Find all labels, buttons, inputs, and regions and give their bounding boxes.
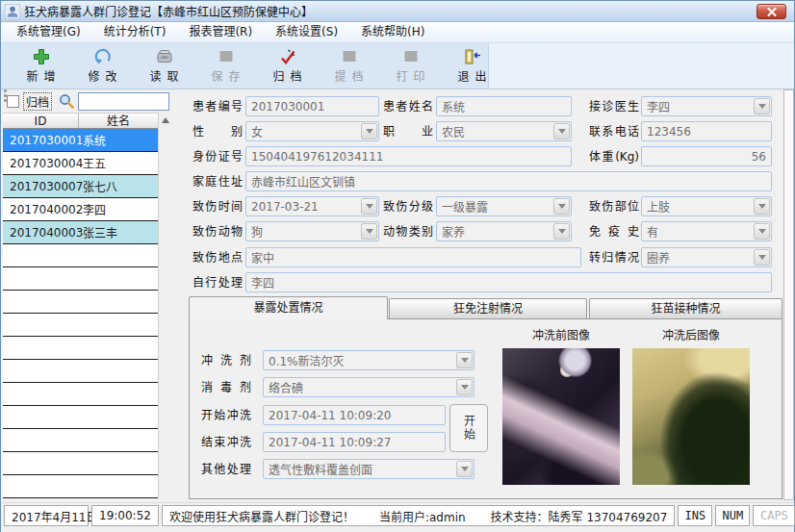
injury-grade-select[interactable]: 一级暴露 xyxy=(436,196,572,216)
table-row[interactable]: 2017040002 李四 xyxy=(3,198,158,221)
phone-label: 联系电话 xyxy=(589,122,639,141)
injury-place-field[interactable]: 家中 xyxy=(245,247,581,267)
status-message: 欢迎使用狂犬病暴露人群门诊登记！ 当前用户:admin 技术支持：陆秀军 137… xyxy=(162,505,675,526)
chevron-down-icon[interactable] xyxy=(754,223,770,240)
id-card-field[interactable]: 150404197612034111 xyxy=(245,146,572,166)
caps-indicator: CAPS xyxy=(753,505,795,526)
scrollbar-grip xyxy=(4,89,7,102)
self-treat-field[interactable]: 李四 xyxy=(245,272,772,292)
table-row[interactable]: 2017030004 王五 xyxy=(3,152,158,175)
rinse-agent-select[interactable]: 0.1%新洁尔灭 xyxy=(263,350,474,370)
chevron-down-icon[interactable] xyxy=(553,223,570,240)
table-row[interactable]: 2017030007 张七八 xyxy=(3,175,158,198)
disinfectant-select[interactable]: 络合碘 xyxy=(263,377,474,397)
doctor-label: 接诊医生 xyxy=(589,97,639,116)
patient-name-label: 患者姓名 xyxy=(383,97,433,116)
toolbar-exit-button[interactable]: 退 出 xyxy=(442,43,503,88)
injury-part-select[interactable]: 上肢 xyxy=(641,196,772,216)
injury-animal-select[interactable]: 狗 xyxy=(245,221,379,241)
occupation-select[interactable]: 农民 xyxy=(436,121,572,141)
search-input[interactable] xyxy=(78,92,169,111)
toolbar-spacer xyxy=(488,43,794,89)
menu-help[interactable]: 系统帮助(H) xyxy=(349,22,436,42)
tab-immunoglobulin[interactable]: 狂免注射情况 xyxy=(389,298,587,319)
chevron-down-icon[interactable] xyxy=(361,123,377,139)
rinse-agent-label: 冲 洗 剂 xyxy=(201,351,251,370)
menu-system-management[interactable]: 系统管理(G) xyxy=(5,22,92,42)
archive-check-icon xyxy=(278,47,297,66)
menu-reports[interactable]: 报表管理(R) xyxy=(177,22,264,42)
empty-row xyxy=(3,452,158,475)
chevron-down-icon[interactable] xyxy=(553,123,570,139)
empty-row xyxy=(3,267,158,291)
welcome-text: 欢迎使用狂犬病暴露人群门诊登记！ xyxy=(169,508,354,524)
chevron-down-icon[interactable] xyxy=(754,249,770,266)
chevron-down-icon[interactable] xyxy=(361,223,377,240)
panel-scrollbar[interactable] xyxy=(783,89,794,500)
rinse-end-field[interactable]: 2017-04-11 10:09:27 xyxy=(263,432,446,452)
chevron-down-icon[interactable] xyxy=(361,198,377,215)
gender-label: 性 别 xyxy=(192,122,243,141)
toolbar: 新 增 修 改 读 取 保 存 归 档 提 档 xyxy=(1,43,794,89)
archive-checkbox-label: 归档 xyxy=(23,92,52,111)
archive-checkbox[interactable] xyxy=(7,95,19,108)
toolbar-retrieve-button: 提 档 xyxy=(319,43,380,88)
patient-id-label: 患者编号 xyxy=(192,97,243,116)
other-treatment-label: 其他处理 xyxy=(201,460,251,479)
search-button[interactable] xyxy=(57,91,76,111)
toolbar-read-button[interactable]: 读 取 xyxy=(134,43,195,88)
patient-id-field[interactable]: 2017030001 xyxy=(245,96,379,116)
immunity-select[interactable]: 有 xyxy=(641,221,772,241)
table-scrollbar[interactable] xyxy=(158,113,171,498)
chevron-down-icon[interactable] xyxy=(456,461,473,477)
tab-vaccination[interactable]: 狂苗接种情况 xyxy=(589,298,782,319)
tab-exposure-treatment[interactable]: 暴露处置情况 xyxy=(189,296,388,319)
empty-row xyxy=(3,429,158,452)
weight-field[interactable]: 56 xyxy=(641,146,772,166)
outcome-select[interactable]: 圈养 xyxy=(641,247,772,267)
menu-settings[interactable]: 系统设置(S) xyxy=(264,22,349,42)
toolbar-edit-button[interactable]: 修 改 xyxy=(72,43,134,88)
patient-name-field[interactable]: 系统 xyxy=(436,96,572,116)
name-column-header[interactable]: 姓名 xyxy=(79,114,158,128)
scroll-up-button[interactable] xyxy=(159,113,172,127)
gender-select[interactable]: 女 xyxy=(245,121,379,141)
empty-row xyxy=(3,291,158,314)
read-icon xyxy=(155,47,174,66)
animal-type-select[interactable]: 家养 xyxy=(436,221,572,241)
empty-row xyxy=(3,337,158,360)
start-rinse-button[interactable]: 开始 xyxy=(449,404,488,452)
toolbar-new-button[interactable]: 新 增 xyxy=(11,43,72,88)
chevron-down-icon[interactable] xyxy=(754,198,770,215)
injury-part-label: 致伤部位 xyxy=(589,197,639,216)
tech-support: 技术支持：陆秀军 13704769207 xyxy=(491,508,668,524)
chevron-down-icon[interactable] xyxy=(456,352,473,368)
doctor-select[interactable]: 李四 xyxy=(641,96,772,116)
occupation-label: 职 业 xyxy=(383,122,433,141)
other-treatment-select[interactable]: 透气性敷料覆盖创面 xyxy=(263,459,474,479)
empty-row xyxy=(3,314,158,337)
injury-place-label: 致伤地点 xyxy=(192,248,243,267)
weight-label: 体重(Kg) xyxy=(589,147,639,166)
after-image-label: 冲洗后图像 xyxy=(632,326,750,342)
address-field[interactable]: 赤峰市红山区文钏镇 xyxy=(245,171,772,191)
rinse-start-field[interactable]: 2017-04-11 10:09:20 xyxy=(263,405,446,425)
disinfectant-label: 消 毒 剂 xyxy=(201,378,251,397)
chevron-down-icon[interactable] xyxy=(754,98,770,114)
immunity-label: 免疫史 xyxy=(589,222,639,241)
id-column-header[interactable]: ID xyxy=(3,114,79,128)
animal-type-label: 动物类别 xyxy=(383,222,433,241)
current-user: 当前用户:admin xyxy=(379,508,466,524)
table-row[interactable]: 2017030001 系统 xyxy=(3,129,158,152)
num-indicator: NUM xyxy=(715,505,750,526)
toolbar-archive-button[interactable]: 归 档 xyxy=(257,43,319,88)
before-rinse-photo xyxy=(502,348,620,485)
chevron-down-icon[interactable] xyxy=(553,198,570,215)
empty-row xyxy=(3,383,158,406)
table-row[interactable]: 2017040003 张三丰 xyxy=(3,221,158,244)
chevron-down-icon[interactable] xyxy=(456,379,473,395)
injury-time-select[interactable]: 2017-03-21 xyxy=(245,196,379,216)
close-button[interactable] xyxy=(757,4,786,19)
menu-statistics[interactable]: 统计分析(T) xyxy=(92,22,178,42)
phone-field[interactable]: 123456 xyxy=(641,121,772,141)
